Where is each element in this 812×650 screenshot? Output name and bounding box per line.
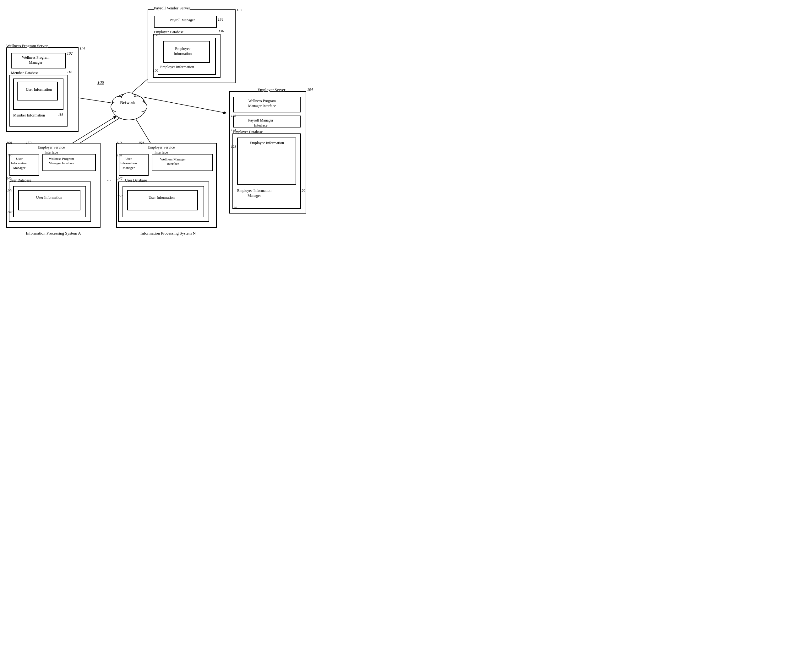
wellness-prog-manager-iface-label-a: Wellness ProgramManager Interface <box>49 156 74 165</box>
wellness-manager-iface-label-n: Wellness ManagerInterface <box>160 157 186 166</box>
ref-152: 152 <box>26 141 31 145</box>
employee-information-pvs: EmployeeInformation <box>174 46 192 56</box>
user-information-a: User Information <box>36 195 62 200</box>
ref-154: 154 <box>138 141 144 145</box>
payroll-manager-label: Payroll Manager <box>169 18 195 23</box>
ref-116: 116 <box>67 70 72 75</box>
svg-point-10 <box>136 102 147 112</box>
svg-point-12 <box>113 97 145 116</box>
caption-system-n: Information Processing System N <box>119 231 217 236</box>
ref-102: 102 <box>67 51 73 56</box>
ref-138: 138 <box>153 33 158 37</box>
ref-100: 100 <box>98 80 104 85</box>
ref-106: 106 <box>153 69 158 72</box>
ref-124: 124 <box>231 128 236 132</box>
ref-148: 148 <box>7 210 12 214</box>
user-information-n: User Information <box>149 195 175 200</box>
user-information-wps: User Information <box>26 87 52 92</box>
payroll-vendor-server-label: Payroll Vendor Server <box>154 6 190 11</box>
ref-108: 108 <box>6 141 12 145</box>
employer-information-pvs: Employer Information <box>160 65 194 70</box>
ref-122: 122 <box>231 114 236 117</box>
member-information-label: Member Information <box>13 113 45 118</box>
wellness-program-server-label: Wellness Program Server <box>6 43 48 48</box>
wellness-program-manager-label: Wellness ProgramManager <box>22 55 49 65</box>
employer-service-iface-n: Employer ServiceInterface <box>148 145 175 155</box>
ref-104: 104 <box>307 87 313 92</box>
ref-126: 126 <box>300 188 305 192</box>
ref-134: 134 <box>218 17 223 22</box>
user-info-manager-label-n: UserInformationManager <box>120 156 137 170</box>
ref-150: 150 <box>117 194 122 198</box>
payroll-manager-iface-label: Payroll ManagerInterface <box>248 118 273 128</box>
employee-info-manager-label: Employee InformationManager <box>237 188 272 198</box>
network-label: Network <box>120 100 135 105</box>
user-info-manager-label-a: UserInformationManager <box>11 156 27 170</box>
ref-146: 146 <box>117 177 122 180</box>
employer-server-label: Employer Server <box>258 87 285 92</box>
ref-114: 114 <box>79 46 85 51</box>
ref-128: 128 <box>231 145 236 148</box>
ref-140: 140 <box>6 177 12 180</box>
ref-144: 144 <box>7 188 12 192</box>
wellness-prog-manager-iface-label: Wellness ProgramManager Interface <box>248 99 276 108</box>
ref-110: 110 <box>116 141 122 145</box>
ref-136: 136 <box>218 29 224 34</box>
ref-158: 158 <box>117 153 122 157</box>
ref-118: 118 <box>58 113 63 116</box>
dots: ... <box>107 176 111 183</box>
svg-point-6 <box>111 93 146 120</box>
ref-132: 132 <box>237 8 242 12</box>
employee-information-es: Employee Information <box>250 141 284 146</box>
ref-156: 156 <box>7 153 12 157</box>
ref-130: 130 <box>232 206 237 209</box>
architecture-diagram: Network 100 Payroll Vendor Server 132 Pa… <box>0 0 314 251</box>
employer-service-iface-a: Employer ServiceInterface <box>38 145 65 155</box>
svg-line-2 <box>145 97 226 113</box>
caption-system-a: Information Processing System A <box>9 231 98 236</box>
